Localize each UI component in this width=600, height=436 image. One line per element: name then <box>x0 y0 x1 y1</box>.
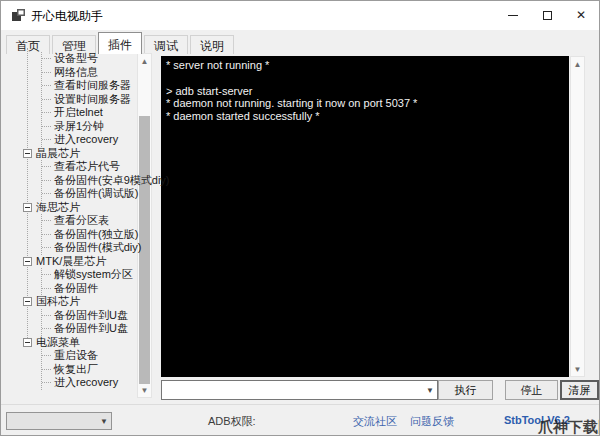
tree-item[interactable]: 备份固件(调试版) <box>42 187 136 201</box>
device-combobox[interactable]: ▼ <box>6 412 112 430</box>
tab-strip: 首页 管理 插件 调试 说明 <box>6 32 236 54</box>
maximize-button[interactable] <box>530 1 564 29</box>
tree-item[interactable]: 进入recovery <box>42 376 136 390</box>
plugin-tree: 设备型号网络信息查看时间服务器设置时间服务器开启telnet录屏1分钟进入rec… <box>7 52 136 390</box>
chevron-down-icon[interactable]: ▼ <box>423 386 437 395</box>
clear-screen-button[interactable]: 清屏 <box>560 380 599 400</box>
tab-help[interactable]: 说明 <box>190 35 234 54</box>
minimize-icon <box>508 15 518 16</box>
tree-scrollbar[interactable]: ▲ ▼ <box>137 53 152 398</box>
app-window: 开心电视助手 ✕ 首页 管理 插件 调试 说明 设备型号网络信息查看时间服务器设… <box>0 0 600 436</box>
maximize-icon <box>543 11 552 20</box>
scroll-down-icon[interactable]: ▼ <box>138 383 151 397</box>
stop-button[interactable]: 停止 <box>505 380 558 400</box>
tree-item[interactable]: 开启telnet <box>42 106 136 120</box>
command-combobox[interactable]: ▼ <box>161 380 438 400</box>
tree-item[interactable]: 备份固件到U盘 <box>42 309 136 323</box>
version-label: StbTool V6.2 <box>504 414 570 426</box>
tree-item[interactable]: 网络信息 <box>42 66 136 80</box>
tree-item[interactable]: 电源菜单 <box>7 336 136 350</box>
tree-item[interactable]: 进入recovery <box>42 133 136 147</box>
tree-item[interactable]: MTK/晨星芯片 <box>7 255 136 269</box>
tree-item[interactable]: 备份固件(安卓9模式diy) <box>42 174 136 188</box>
window-title: 开心电视助手 <box>31 8 103 25</box>
tree-item[interactable]: 备份固件到U盘 <box>42 322 136 336</box>
tree-item[interactable]: 设置时间服务器 <box>42 93 136 107</box>
tab-debug[interactable]: 调试 <box>144 35 188 54</box>
tree-item[interactable]: 录屏1分钟 <box>42 120 136 134</box>
tree-item[interactable]: 国科芯片 <box>7 295 136 309</box>
tree-item[interactable]: 海思芯片 <box>7 201 136 215</box>
tree-item[interactable]: 查看芯片代号 <box>42 160 136 174</box>
scroll-up-icon[interactable]: ▲ <box>138 54 151 68</box>
minimize-button[interactable] <box>496 1 530 29</box>
console-scrollbar[interactable]: ▲ ▼ <box>570 56 585 377</box>
collapse-icon[interactable] <box>23 257 32 266</box>
tab-plugins[interactable]: 插件 <box>98 32 142 54</box>
chevron-down-icon[interactable]: ▼ <box>97 417 111 426</box>
scroll-up-icon[interactable]: ▲ <box>571 57 584 71</box>
tree-item-label: 进入recovery <box>54 375 118 390</box>
collapse-icon[interactable] <box>23 297 32 306</box>
tree-item[interactable]: 设备型号 <box>42 52 136 66</box>
feedback-link[interactable]: 问题反馈 <box>410 414 454 429</box>
tree-item[interactable]: 恢复出厂 <box>42 363 136 377</box>
tree-item[interactable]: 查看时间服务器 <box>42 79 136 93</box>
command-input[interactable] <box>162 382 423 398</box>
collapse-icon[interactable] <box>23 338 32 347</box>
collapse-icon[interactable] <box>23 149 32 158</box>
console-output: * server not running * > adb start-serve… <box>161 56 569 377</box>
collapse-icon[interactable] <box>23 203 32 212</box>
tree-item[interactable]: 解锁system分区 <box>42 268 136 282</box>
tree-item[interactable]: 备份固件 <box>42 282 136 296</box>
scroll-down-icon[interactable]: ▼ <box>571 362 584 376</box>
app-icon <box>12 9 25 21</box>
close-icon: ✕ <box>576 9 586 21</box>
tree-item[interactable]: 查看分区表 <box>42 214 136 228</box>
titlebar: 开心电视助手 ✕ <box>1 1 599 30</box>
tree-item[interactable]: 备份固件(独立版) <box>42 228 136 242</box>
community-link[interactable]: 交流社区 <box>353 414 397 429</box>
tree-item[interactable]: 重启设备 <box>42 349 136 363</box>
execute-button[interactable]: 执行 <box>438 380 493 400</box>
tree-item[interactable]: 备份固件(模式diy) <box>42 241 136 255</box>
tree-item[interactable]: 晶晨芯片 <box>7 147 136 161</box>
status-bar: ▼ ADB权限: 交流社区 问题反馈 StbTool V6.2 <box>1 404 599 435</box>
close-button[interactable]: ✕ <box>564 1 598 29</box>
adb-permission-label: ADB权限: <box>208 414 256 429</box>
